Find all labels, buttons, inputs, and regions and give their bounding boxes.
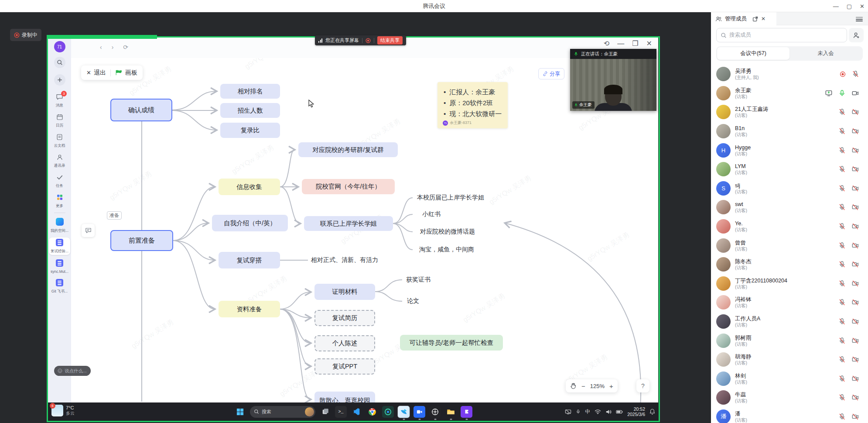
panel-close-icon[interactable]: ✕ (761, 16, 765, 22)
tab-not-joined[interactable]: 未入会 (789, 47, 862, 60)
refresh-icon[interactable]: ⟳ (123, 44, 128, 51)
mic-off-icon[interactable] (838, 185, 846, 192)
mindmap-node-lianxi[interactable]: 联系已上岸学长学姐 (304, 216, 393, 231)
tray-wifi-icon[interactable] (595, 409, 601, 414)
participant-row[interactable]: 曾曾(访客) (711, 236, 868, 255)
mindmap-node-sansan[interactable]: 散散心、逛逛校园 (314, 392, 375, 402)
participant-row[interactable]: 余王豪(访客) (711, 84, 868, 103)
participant-row[interactable]: swt(访客) (711, 198, 868, 217)
mindmap-node-fulubi[interactable]: 复录比 (220, 123, 280, 138)
participant-row[interactable]: HHygge(访客) (711, 141, 868, 160)
cam-off-icon[interactable] (851, 203, 859, 211)
close-icon[interactable]: ✕ (860, 3, 865, 9)
participant-row[interactable]: 吴泽勇(主持人, 我) (711, 65, 868, 84)
cam-off-icon[interactable] (851, 280, 859, 287)
mic-off-icon[interactable] (838, 203, 846, 211)
participant-row[interactable]: 冯裕钵(访客) (711, 293, 868, 312)
taskbar-explorer-icon[interactable] (445, 406, 457, 418)
participant-row[interactable]: 21人工王鑫涛(访客) (711, 103, 868, 122)
mindmap-node-xinxi[interactable]: 信息收集 (219, 179, 280, 195)
sidebar-item-chat[interactable]: 消息3 (49, 92, 70, 109)
taskbar-feishu-icon[interactable] (398, 406, 410, 418)
sidebar-item-doc[interactable]: Git 飞书... (49, 278, 70, 295)
taskbar-taskview-icon[interactable] (319, 406, 331, 418)
history-icon[interactable]: ⟲ (604, 39, 609, 48)
cam-off-icon[interactable] (851, 108, 859, 116)
sticky-note[interactable]: 汇报人：余王豪原：20软件2班现：北大软微研一71余王豪-8371 (437, 82, 508, 128)
taskbar-start-icon[interactable] (234, 406, 246, 418)
exit-board-button[interactable]: ✕退出 (86, 69, 106, 77)
taskbar-terminal-icon[interactable]: >_ (335, 406, 347, 418)
mindmap-node-taobao[interactable]: 淘宝，咸鱼，中间商 (419, 246, 474, 254)
participant-row[interactable]: LYM(访客) (711, 160, 868, 179)
add-member-button[interactable] (849, 28, 864, 42)
participant-row[interactable]: 林剑(访客) (711, 369, 868, 389)
participants-list[interactable]: 吴泽勇(主持人, 我)余王豪(访客)21人工王鑫涛(访客)B1n(访客)HHyg… (711, 65, 868, 423)
popout-icon[interactable] (752, 16, 758, 22)
app-minimize-icon[interactable]: — (617, 40, 624, 48)
participant-row[interactable]: 工作人员A(访客) (711, 312, 868, 331)
mindmap-node-ziliao[interactable]: 资料准备 (219, 301, 280, 317)
mindmap-node-kaoyan[interactable]: 对应院校的考研群/复试群 (298, 142, 398, 157)
tab-in-meeting[interactable]: 会议中(57) (717, 47, 789, 60)
taskbar-meeting-icon[interactable] (413, 406, 425, 418)
minimize-icon[interactable]: — (833, 3, 839, 9)
mic-off-icon[interactable] (838, 165, 846, 173)
mindmap-node-zhaosheng[interactable]: 招生人数 (220, 103, 280, 118)
mic-off-icon[interactable] (838, 299, 846, 306)
back-icon[interactable]: ‹ (100, 44, 102, 51)
participant-row[interactable]: 潘潘(访客) (711, 407, 868, 423)
mic-off-icon[interactable] (838, 223, 846, 230)
mic-off-icon[interactable] (838, 280, 846, 287)
participant-row[interactable]: B1n(访客) (711, 122, 868, 141)
participant-row[interactable]: 丁芋含220110800204(访客) (711, 274, 868, 293)
participant-row[interactable]: 陈冬杰(访客) (711, 255, 868, 274)
mindmap-node-huojiang[interactable]: 获奖证书 (406, 276, 431, 284)
record-icon[interactable] (839, 71, 846, 78)
mic-off-icon[interactable] (838, 147, 846, 154)
cam-off-icon[interactable] (851, 242, 859, 249)
taskbar-capcut-icon[interactable] (461, 406, 472, 418)
cam-off-icon[interactable] (851, 127, 859, 135)
mindmap-node-zhengshi[interactable]: 相对正式、清新、有活力 (311, 256, 378, 264)
mic-off-icon[interactable] (838, 261, 846, 268)
mic-off-icon[interactable] (838, 375, 846, 382)
sidebar-item-space[interactable]: 我的空间... (49, 217, 70, 234)
hand-tool-icon[interactable] (570, 382, 577, 389)
cam-off-icon[interactable] (851, 394, 859, 401)
cam-off-icon[interactable] (851, 261, 859, 268)
help-button[interactable]: ? (636, 379, 649, 392)
mindmap-node-jianli[interactable]: 复试简历 (314, 310, 375, 326)
mindmap-node-xiaohongshu[interactable]: 小红书 (422, 210, 441, 218)
sidebar-item-tasks[interactable]: 任务 (49, 172, 70, 189)
cam-off-icon[interactable] (851, 413, 859, 420)
mindmap-node-qianzhi[interactable]: 前置准备 (110, 230, 173, 251)
mic-on-icon[interactable] (838, 89, 846, 97)
app-maximize-icon[interactable]: ❐ (632, 39, 638, 48)
tray-clock[interactable]: 20:522025/3/6 (627, 406, 645, 417)
panel-menu-icon[interactable] (856, 16, 863, 23)
record-button-icon[interactable] (366, 38, 371, 43)
mic-off-icon[interactable] (838, 413, 846, 420)
sidebar-add-button[interactable] (54, 74, 65, 86)
mindmap-node-xiangdui[interactable]: 相对排名 (220, 84, 280, 99)
taskbar-search-box[interactable]: 搜索 (250, 406, 315, 418)
mic-off-icon[interactable] (838, 127, 846, 135)
sidebar-item-more[interactable]: 更多 (49, 193, 70, 210)
tray-notifications-icon[interactable] (649, 409, 655, 415)
tray-mic-icon[interactable] (576, 409, 581, 415)
participant-row[interactable]: Sslj(访客) (711, 179, 868, 198)
speaker-video-thumbnail[interactable]: 正在讲话：余王豪 余王豪 (570, 49, 656, 111)
board-tab[interactable]: 画板 (115, 69, 137, 77)
mindmap-node-benxiao[interactable]: 本校历届已上岸学长学姐 (417, 194, 484, 202)
comment-fab[interactable] (82, 224, 95, 237)
participant-row[interactable]: 胡海静(访客) (711, 350, 868, 369)
zoom-in-button[interactable]: + (609, 382, 613, 390)
sidebar-item-calendar[interactable]: 日历 (49, 112, 70, 129)
mic-off-icon[interactable] (838, 394, 846, 401)
sidebar-item-doc[interactable]: sync.Mut... (49, 258, 70, 275)
mindmap-node-queren[interactable]: 确认成绩 (110, 99, 172, 121)
mic-off-icon[interactable] (838, 356, 846, 363)
share-button[interactable]: 分享 (538, 68, 564, 79)
cam-on-icon[interactable] (851, 89, 859, 97)
